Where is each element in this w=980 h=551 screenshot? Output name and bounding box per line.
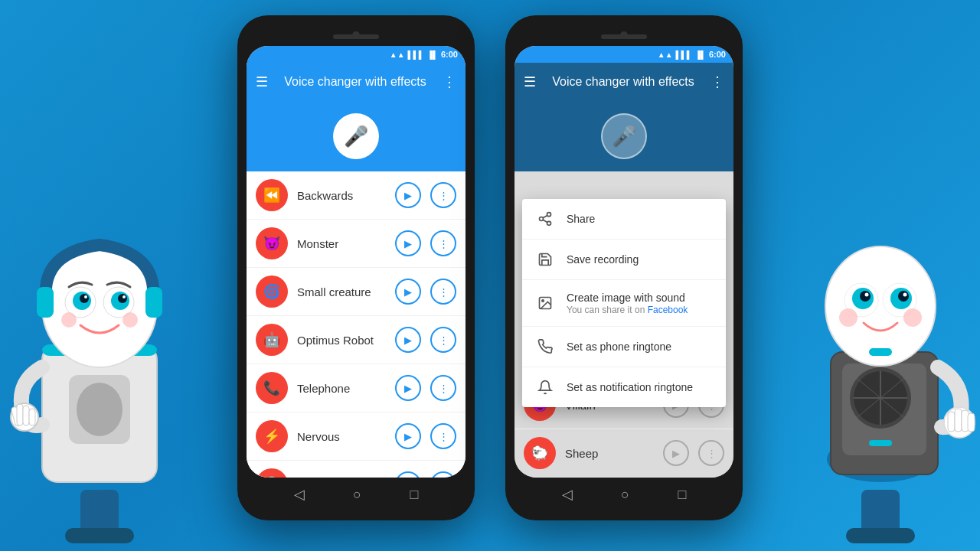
dots-btn-small-creature[interactable]: ⋮ <box>430 279 456 305</box>
svg-rect-23 <box>23 406 29 425</box>
hamburger-menu-1[interactable]: ☰ <box>256 73 268 90</box>
mic-button-2[interactable]: 🎤 <box>601 113 647 159</box>
phone-ringtone-icon <box>536 337 554 356</box>
svg-point-6 <box>77 383 122 436</box>
phone-1-screen: ▲▲ ▌▌▌ ▐▌ 6:00 ☰ Voice changer with effe… <box>247 46 466 478</box>
phone-1: ▲▲ ▌▌▌ ▐▌ 6:00 ☰ Voice changer with effe… <box>237 15 475 520</box>
create-image-label: Create image with sound <box>567 292 685 304</box>
back-btn-1[interactable]: ◁ <box>294 486 305 503</box>
context-menu-notification-ringtone[interactable]: Set as notification ringtone <box>522 367 726 407</box>
svg-rect-24 <box>29 409 35 425</box>
svg-point-54 <box>547 213 551 217</box>
play-btn-backwards[interactable]: ▶ <box>395 182 421 208</box>
effect-backwards: ⏪ Backwards ▶ ⋮ <box>247 171 466 220</box>
more-menu-1[interactable]: ⋮ <box>443 73 456 90</box>
play-btn-small-creature[interactable]: ▶ <box>395 279 421 305</box>
svg-rect-22 <box>17 404 23 425</box>
recent-btn-2[interactable]: □ <box>678 487 686 503</box>
effect-name-optimus-robot: Optimus Robot <box>297 334 386 347</box>
svg-rect-36 <box>869 440 892 446</box>
home-btn-2[interactable]: ○ <box>621 487 629 503</box>
dots-btn-nervous[interactable]: ⋮ <box>430 423 456 449</box>
share-label: Share <box>567 213 595 225</box>
phone-1-camera <box>352 31 360 39</box>
notification-ringtone-label: Set as notification ringtone <box>567 381 693 393</box>
effect-nervous: ⚡ Nervous ▶ ⋮ <box>247 412 466 461</box>
svg-point-16 <box>84 295 87 298</box>
notification-ringtone-icon <box>536 378 554 396</box>
nav-bar-1: ◁ ○ □ <box>247 478 466 511</box>
recent-btn-1[interactable]: □ <box>410 487 418 503</box>
hamburger-menu-2[interactable]: ☰ <box>524 73 536 90</box>
phone-2-screen: ▲▲ ▌▌▌ ▐▌ 6:00 ☰ Voice changer with effe… <box>514 46 733 478</box>
play-btn-telephone[interactable]: ▶ <box>395 375 421 401</box>
effect-name-monster: Monster <box>297 237 386 250</box>
svg-line-58 <box>543 215 547 217</box>
wifi-icon: ▲▲ <box>390 51 405 59</box>
play-btn-monster[interactable]: ▶ <box>395 230 421 256</box>
more-menu-2[interactable]: ⋮ <box>710 73 724 90</box>
share-icon <box>536 210 554 228</box>
effect-icon-small-creature: 🌀 <box>256 276 288 308</box>
effect-monster: 😈 Monster ▶ ⋮ <box>247 220 466 268</box>
svg-rect-49 <box>948 412 955 432</box>
robot-left-character <box>0 77 199 551</box>
effect-name-telephone: Telephone <box>297 382 386 395</box>
effect-icon-nervous: ⚡ <box>256 420 288 452</box>
effect-icon-extraterrestrial: 👽 <box>256 468 288 478</box>
svg-point-60 <box>542 300 544 302</box>
play-btn-extraterrestrial[interactable]: ▶ <box>395 471 421 478</box>
effect-icon-sheep: 🐑 <box>524 437 556 469</box>
battery-icon: ▐▌ <box>427 51 438 59</box>
svg-point-19 <box>122 312 138 328</box>
mic-button-1[interactable]: 🎤 <box>333 113 379 159</box>
effect-sheep: 🐑 Sheep ▶ ⋮ <box>514 429 733 478</box>
save-recording-label: Save recording <box>567 253 639 266</box>
dots-btn-monster[interactable]: ⋮ <box>430 230 456 256</box>
dots-btn-sheep[interactable]: ⋮ <box>698 440 724 466</box>
dots-btn-optimus-robot[interactable]: ⋮ <box>430 327 456 353</box>
svg-point-44 <box>865 293 869 297</box>
dots-btn-extraterrestrial[interactable]: ⋮ <box>430 471 456 478</box>
nav-bar-2: ◁ ○ □ <box>514 478 733 511</box>
effect-extraterrestrial: 👽 Extraterrestrial ▶ ⋮ <box>247 461 466 478</box>
svg-rect-9 <box>145 287 162 318</box>
play-btn-sheep[interactable]: ▶ <box>663 440 689 466</box>
svg-rect-52 <box>968 413 975 432</box>
status-bar-1: ▲▲ ▌▌▌ ▐▌ 6:00 <box>247 46 466 63</box>
effect-icon-telephone: 📞 <box>256 372 288 404</box>
signal-icon: ▌▌▌ <box>408 51 424 59</box>
context-menu-share[interactable]: Share <box>522 199 726 240</box>
effect-name-small-creature: Small creature <box>297 285 386 298</box>
effect-name-backwards: Backwards <box>297 189 386 202</box>
phone-2-top <box>514 24 733 46</box>
app-header-1: ☰ Voice changer with effects ⋮ <box>247 63 466 101</box>
effect-small-creature: 🌀 Small creature ▶ ⋮ <box>247 268 466 316</box>
svg-point-43 <box>898 291 909 302</box>
effect-icon-monster: 😈 <box>256 227 288 259</box>
effects-list-1: ⏪ Backwards ▶ ⋮ 😈 Monster ▶ ⋮ 🌀 Small cr… <box>247 171 466 478</box>
svg-point-15 <box>118 294 127 303</box>
play-btn-optimus-robot[interactable]: ▶ <box>395 327 421 353</box>
svg-rect-53 <box>869 348 892 356</box>
create-image-icon <box>536 294 554 312</box>
svg-point-45 <box>903 293 907 297</box>
svg-point-37 <box>825 246 936 366</box>
svg-point-46 <box>839 308 858 327</box>
context-menu-save[interactable]: Save recording <box>522 240 726 280</box>
effect-icon-backwards: ⏪ <box>256 179 288 211</box>
svg-rect-8 <box>37 287 54 318</box>
facebook-link[interactable]: Facebook <box>648 305 688 315</box>
status-bar-2: ▲▲ ▌▌▌ ▐▌ 6:00 <box>514 46 733 63</box>
effect-telephone: 📞 Telephone ▶ ⋮ <box>247 364 466 412</box>
save-recording-icon <box>536 250 554 269</box>
battery-icon-2: ▐▌ <box>695 51 706 59</box>
context-menu-phone-ringtone[interactable]: Set as phone ringtone <box>522 327 726 367</box>
home-btn-1[interactable]: ○ <box>353 487 361 503</box>
mic-area-2: 🎤 <box>514 101 733 171</box>
dots-btn-telephone[interactable]: ⋮ <box>430 375 456 401</box>
dots-btn-backwards[interactable]: ⋮ <box>430 182 456 208</box>
back-btn-2[interactable]: ◁ <box>562 486 573 503</box>
play-btn-nervous[interactable]: ▶ <box>395 423 421 449</box>
context-menu-create-image[interactable]: Create image with sound You can share it… <box>522 280 726 327</box>
